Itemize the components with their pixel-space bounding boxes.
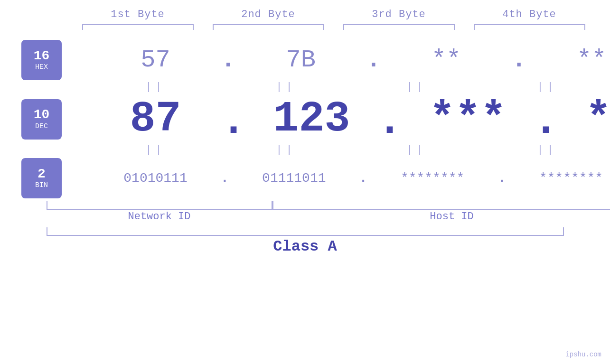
dec-dot2: . <box>377 100 403 143</box>
equals-row-1: || || || || <box>0 80 610 94</box>
byte-col-3: 3rd Byte <box>334 9 464 20</box>
hex-dot2: . <box>366 48 381 73</box>
bin-b4-value: ******** <box>539 171 603 186</box>
byte4-label: 4th Byte <box>502 9 556 20</box>
byte-col-4: 4th Byte <box>464 9 595 20</box>
dec-byte3: *** <box>403 95 533 143</box>
class-label-row: Class A <box>0 238 610 255</box>
hex-values: 57 . 7B . ** . ** <box>90 46 610 74</box>
hex-byte2: 7B <box>235 46 366 74</box>
bin-dot2: . <box>359 172 367 185</box>
dec-byte2: 123 <box>246 95 377 143</box>
byte1-label: 1st Byte <box>111 9 165 20</box>
byte-col-1: 1st Byte <box>73 9 203 20</box>
class-bracket <box>47 227 564 236</box>
bracket-4 <box>464 24 595 33</box>
hex-b3-value: ** <box>432 46 461 74</box>
eq1-col3: || <box>351 81 482 93</box>
hex-b1-value: 57 <box>141 46 170 74</box>
bracket-line-4 <box>474 24 585 30</box>
bin-byte4: ******** <box>506 171 610 186</box>
bin-row: 2 BIN 01010111 . 01111011 . ******** . *… <box>0 158 610 198</box>
hex-byte4: ** <box>526 46 610 74</box>
dec-byte4: *** <box>559 95 610 143</box>
hex-badge: 16 HEX <box>21 40 62 80</box>
hex-badge-label: HEX <box>35 63 48 71</box>
equals-values-2: || || || || <box>90 144 610 156</box>
equals-values-1: || || || || <box>90 81 610 93</box>
dec-badge-num: 10 <box>34 108 50 122</box>
hex-b4-value: ** <box>577 46 606 74</box>
byte-headers: 1st Byte 2nd Byte 3rd Byte 4th Byte <box>28 0 610 20</box>
bracket-2 <box>203 24 334 33</box>
bin-byte2: 01111011 <box>229 171 359 186</box>
byte3-label: 3rd Byte <box>372 9 426 20</box>
dec-b2-value: 123 <box>273 95 350 143</box>
eq2-col1: || <box>90 144 221 156</box>
bin-values: 01010111 . 01111011 . ******** . *******… <box>90 171 610 186</box>
hex-badge-num: 16 <box>34 49 50 64</box>
dec-badge: 10 DEC <box>21 99 62 140</box>
eq2-col4: || <box>482 144 610 156</box>
eq2-col2: || <box>221 144 351 156</box>
bracket-line-1 <box>82 24 194 30</box>
byte2-label: 2nd Byte <box>241 9 295 20</box>
class-label: Class A <box>273 238 337 255</box>
bin-badge-num: 2 <box>38 167 46 182</box>
bin-dot3: . <box>498 172 506 185</box>
dec-badge-label: DEC <box>35 122 48 131</box>
bin-dot1: . <box>221 172 229 185</box>
bottom-brackets <box>35 201 610 210</box>
bin-byte1: 01010111 <box>90 171 221 186</box>
eq1-col2: || <box>221 81 351 93</box>
bracket-line-2 <box>213 24 324 30</box>
bin-badge-label: BIN <box>35 181 48 189</box>
hex-dot1: . <box>221 48 235 73</box>
hex-dot3: . <box>511 48 526 73</box>
dec-dot1: . <box>221 100 246 143</box>
dec-b1-value: 87 <box>130 95 181 143</box>
bin-b2-value: 01111011 <box>262 171 326 186</box>
hex-byte3: ** <box>381 46 511 74</box>
bin-byte3: ******** <box>367 171 498 186</box>
bracket-1 <box>73 24 203 33</box>
host-bracket <box>272 201 610 210</box>
watermark: ipshu.com <box>565 351 601 358</box>
class-bracket-row <box>35 227 610 236</box>
id-label-row: Network ID Host ID <box>35 211 610 223</box>
bin-b1-value: 01010111 <box>123 171 187 186</box>
hex-row: 16 HEX 57 . 7B . ** . ** <box>0 40 610 80</box>
main-container: 1st Byte 2nd Byte 3rd Byte 4th Byte 16 H… <box>0 0 610 364</box>
hex-byte1: 57 <box>90 46 221 74</box>
dec-b4-value: *** <box>586 95 610 143</box>
bin-b3-value: ******** <box>401 171 464 186</box>
dec-byte1: 87 <box>90 95 221 143</box>
dec-dot3: . <box>533 100 559 143</box>
equals-row-2: || || || || <box>0 143 610 157</box>
top-brackets <box>28 24 610 33</box>
bracket-3 <box>334 24 464 33</box>
network-bracket <box>47 201 272 210</box>
eq1-col4: || <box>482 81 610 93</box>
dec-values: 87 . 123 . *** . *** <box>90 95 610 143</box>
bin-badge: 2 BIN <box>21 158 62 198</box>
eq2-col3: || <box>351 144 482 156</box>
bracket-line-3 <box>343 24 455 30</box>
byte-col-2: 2nd Byte <box>203 9 334 20</box>
eq1-col1: || <box>90 81 221 93</box>
dec-row: 10 DEC 87 . 123 . *** . *** <box>0 95 610 143</box>
dec-b3-value: *** <box>430 95 507 143</box>
hex-b2-value: 7B <box>286 46 316 74</box>
network-id-label: Network ID <box>47 211 272 223</box>
host-id-label: Host ID <box>272 211 610 223</box>
